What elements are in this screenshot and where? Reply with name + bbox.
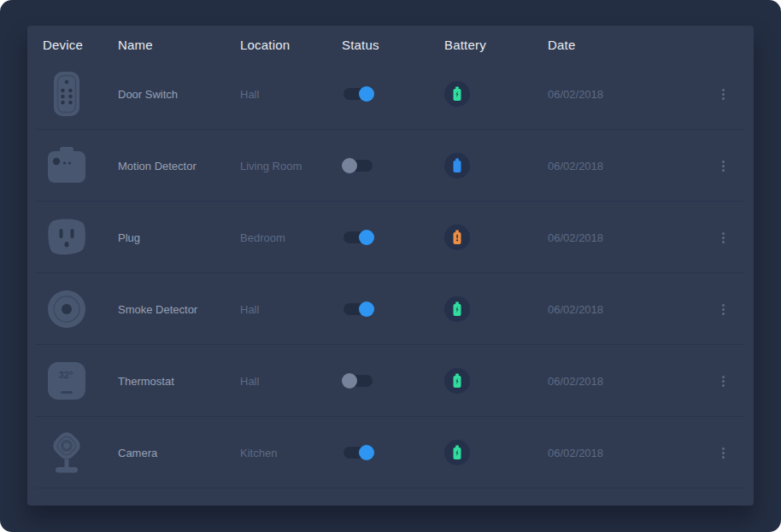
column-header-battery: Battery [444,38,548,52]
column-header-name: Name [118,38,240,52]
column-header-date: Date [548,38,692,52]
status-toggle[interactable] [344,375,373,387]
table-row-door-switch: Door Switch Hall 06/02/2018 [27,58,754,130]
device-location: Living Room [240,160,342,172]
status-toggle[interactable] [344,160,373,172]
toggle-knob [359,445,374,460]
device-name: Camera [118,447,240,459]
row-menu-button[interactable] [719,229,728,247]
column-header-status: Status [342,38,444,52]
toggle-knob [342,373,357,389]
battery-charging-icon [444,440,470,465]
svg-text:32°: 32° [59,370,73,380]
toggle-knob [342,158,357,173]
device-name: Thermostat [118,375,240,388]
toggle-knob [359,86,374,102]
table-row-motion-detector: Motion Detector Living Room 06/02/2018 [27,130,754,202]
device-date: 06/02/2018 [548,447,692,459]
device-name: Smoke Detector [118,303,240,316]
table-row-thermostat: 32° Thermostat Hall 06/02/2018 [27,345,754,417]
device-location: Kitchen [240,447,342,459]
remote-control-icon [43,70,91,118]
table-header: Device Name Location Status Battery Date [27,26,754,58]
motion-detector-icon [43,147,91,184]
row-menu-button[interactable] [719,157,728,175]
device-date: 06/02/2018 [548,88,692,101]
table-row-camera: Camera Kitchen 06/02/2018 [27,417,754,488]
device-location: Bedroom [240,231,342,244]
status-toggle[interactable] [344,231,373,243]
device-date: 06/02/2018 [548,303,692,316]
device-name: Plug [118,231,240,244]
battery-charging-icon [444,368,470,394]
table-row-plug: Plug Bedroom 06/02/2018 [27,202,754,273]
battery-full-icon [444,153,470,178]
toggle-knob [359,230,374,245]
device-location: Hall [240,88,342,101]
device-date: 06/02/2018 [548,231,692,244]
battery-charging-icon [444,296,470,322]
plug-outlet-icon [43,219,91,256]
device-date: 06/02/2018 [548,375,692,388]
column-header-location: Location [240,38,342,52]
device-table: Device Name Location Status Battery Date [27,26,754,506]
camera-icon [43,430,91,476]
battery-charging-icon [444,81,470,107]
device-name: Door Switch [118,88,240,101]
table-row-smoke-detector: Smoke Detector Hall 06/02/2018 [27,273,754,345]
column-header-device: Device [43,38,118,52]
status-toggle[interactable] [344,88,373,100]
thermostat-icon: 32° [43,360,91,401]
smoke-detector-icon [43,289,91,330]
toggle-knob [359,301,374,317]
device-location: Hall [240,375,342,388]
battery-warning-icon [444,225,470,250]
row-menu-button[interactable] [719,85,728,103]
app-window: Device Name Location Status Battery Date [0,0,781,532]
device-date: 06/02/2018 [548,160,692,172]
status-toggle[interactable] [344,447,373,459]
row-menu-button[interactable] [719,372,728,390]
status-toggle[interactable] [344,303,373,315]
table-body: Door Switch Hall 06/02/2018 [27,58,754,488]
device-location: Hall [240,303,342,316]
row-menu-button[interactable] [719,301,728,319]
row-menu-button[interactable] [719,444,728,462]
device-name: Motion Detector [118,160,240,172]
